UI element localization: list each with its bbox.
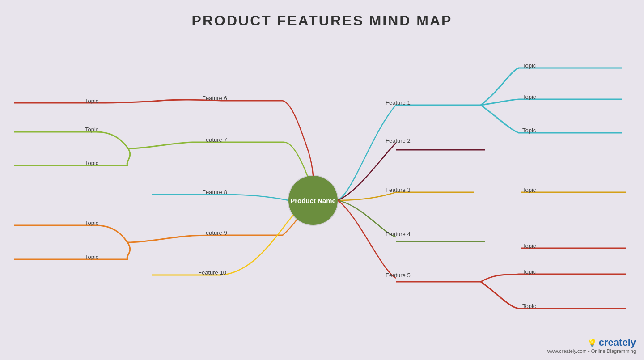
feature-6-label: Feature 6 — [202, 95, 227, 102]
brand-label: creately — [599, 337, 636, 348]
topic-f5-1: Topic — [522, 268, 536, 275]
watermark-sub: www.creately.com • Online Diagramming — [547, 348, 636, 354]
feature-3-label: Feature 3 — [386, 186, 411, 193]
feature-10-label: Feature 10 — [198, 269, 226, 276]
feature-4-label: Feature 4 — [386, 231, 411, 237]
topic-f7-2: Topic — [85, 160, 98, 166]
topic-f5-2: Topic — [522, 303, 536, 309]
topic-f6-1: Topic — [85, 97, 98, 104]
topic-f9-2: Topic — [85, 254, 98, 260]
topic-f1-3: Topic — [522, 127, 536, 134]
page-title: PRODUCT FEATURES MIND MAP — [0, 0, 644, 29]
topic-f1-1: Topic — [522, 62, 536, 69]
feature-5-label: Feature 5 — [386, 272, 411, 279]
topic-f3-1: Topic — [522, 186, 536, 193]
center-node: Product Name — [288, 176, 338, 225]
topic-f1-2: Topic — [522, 93, 536, 100]
feature-2-label: Feature 2 — [386, 137, 411, 144]
topic-f4-1: Topic — [522, 242, 536, 249]
watermark: 💡 creately www.creately.com • Online Dia… — [547, 337, 636, 354]
topic-f9-1: Topic — [85, 220, 98, 226]
feature-1-label: Feature 1 — [386, 99, 411, 106]
topic-f7-1: Topic — [85, 126, 98, 133]
feature-8-label: Feature 8 — [202, 189, 227, 195]
feature-7-label: Feature 7 — [202, 136, 227, 143]
feature-9-label: Feature 9 — [202, 229, 227, 236]
